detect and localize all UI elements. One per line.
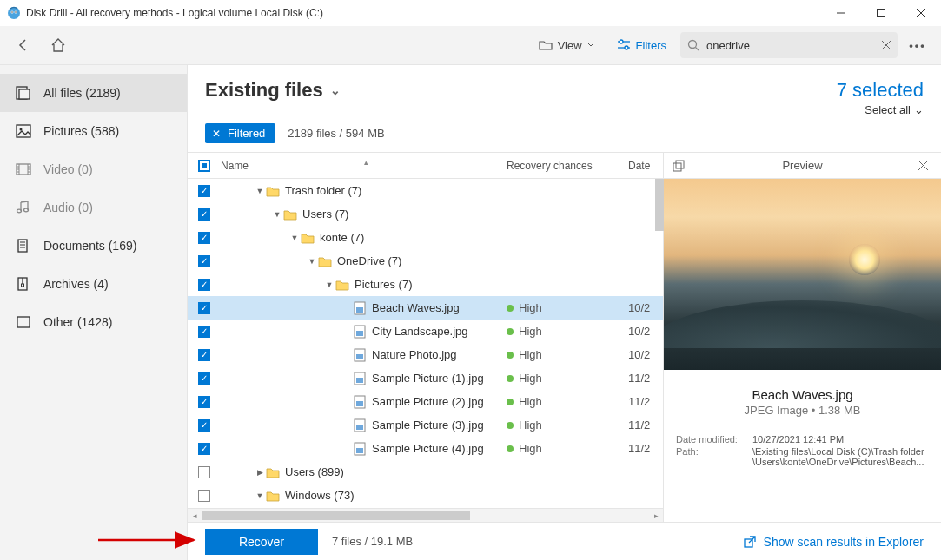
svg-rect-19 [17, 125, 30, 137]
sidebar-item-other[interactable]: Other (1428) [0, 303, 187, 341]
home-button[interactable] [43, 30, 73, 60]
scroll-left-arrow[interactable]: ◂ [188, 511, 202, 520]
expand-toggle[interactable]: ▶ [254, 468, 266, 477]
sidebar-item-files[interactable]: All files (2189) [0, 74, 187, 112]
svg-line-14 [696, 48, 699, 51]
view-dropdown[interactable]: View [530, 34, 603, 57]
folder-row[interactable]: ▼Windows (73) [188, 484, 663, 507]
close-preview-button[interactable] [918, 161, 932, 170]
row-name: Pictures (7) [355, 278, 412, 291]
scroll-thumb[interactable] [202, 511, 470, 520]
status-dot [507, 328, 514, 335]
page-title[interactable]: Existing files ⌄ [205, 79, 823, 102]
row-checkbox[interactable]: ✓ [198, 255, 210, 267]
svg-point-3 [11, 11, 12, 12]
row-name: Users (899) [285, 465, 344, 478]
search-box[interactable] [680, 32, 898, 58]
expand-toggle[interactable]: ▼ [288, 234, 301, 242]
svg-rect-18 [19, 89, 30, 99]
folder-row[interactable]: ✓▼konte (7) [188, 226, 663, 249]
expand-toggle[interactable]: ▼ [254, 491, 266, 500]
preview-filename: Beach Waves.jpg [674, 387, 931, 402]
folder-row[interactable]: ✓▼Users (7) [188, 202, 663, 226]
sidebar-item-archives[interactable]: Archives (4) [0, 265, 187, 303]
status-dot [507, 422, 514, 429]
search-input[interactable] [706, 39, 875, 52]
more-button[interactable]: ••• [903, 30, 932, 60]
scroll-right-arrow[interactable]: ▸ [649, 511, 663, 520]
svg-point-10 [620, 40, 623, 43]
file-row[interactable]: ✓Sample Picture (1).jpgHigh11/2 [188, 366, 663, 390]
expand-toggle[interactable]: ▼ [306, 257, 318, 266]
back-button[interactable] [9, 30, 38, 60]
expand-toggle[interactable]: ▼ [271, 210, 283, 219]
folder-row[interactable]: ▶Users (899) [188, 460, 663, 484]
file-row[interactable]: ✓Beach Waves.jpgHigh10/2 [188, 296, 663, 320]
maximize-button[interactable] [861, 0, 901, 26]
column-date[interactable]: Date [628, 160, 663, 172]
title-bar: Disk Drill - All recovery methods - Logi… [0, 0, 941, 26]
row-name: Sample Picture (1).jpg [372, 372, 484, 385]
row-name: OneDrive (7) [337, 254, 401, 267]
sidebar-item-documents[interactable]: Documents (169) [0, 227, 187, 265]
expand-toggle[interactable]: ▼ [254, 187, 266, 195]
column-recovery[interactable]: Recovery chances [507, 160, 628, 172]
row-checkbox[interactable] [198, 490, 210, 502]
status-dot [507, 352, 514, 359]
folder-row[interactable]: ✓▼Pictures (7) [188, 273, 663, 296]
row-checkbox[interactable]: ✓ [198, 396, 210, 408]
files-icon [16, 86, 31, 100]
filter-chip[interactable]: ✕ Filtered [205, 123, 275, 143]
row-name: Beach Waves.jpg [372, 301, 460, 314]
svg-rect-44 [356, 331, 363, 336]
row-checkbox[interactable]: ✓ [198, 208, 210, 221]
file-row[interactable]: ✓City Landscape.jpgHigh10/2 [188, 320, 663, 343]
expand-toggle[interactable]: ▼ [323, 280, 335, 289]
filters-label: Filters [636, 39, 666, 52]
chevron-down-icon [587, 42, 594, 49]
sidebar-item-audio[interactable]: Audio (0) [0, 188, 187, 227]
date-modified-label: Date modified: [676, 434, 752, 445]
select-all-checkbox[interactable] [198, 160, 210, 172]
horizontal-scrollbar[interactable]: ◂ ▸ [188, 508, 663, 522]
filters-button[interactable]: Filters [608, 34, 675, 57]
row-checkbox[interactable]: ✓ [198, 443, 210, 455]
show-in-explorer-link[interactable]: Show scan results in Explorer [743, 535, 924, 549]
folder-row[interactable]: ✓▼OneDrive (7) [188, 249, 663, 273]
file-row[interactable]: ✓Sample Picture (4).jpgHigh11/2 [188, 437, 663, 460]
status-dot [507, 375, 514, 382]
row-checkbox[interactable]: ✓ [198, 185, 210, 197]
column-name[interactable]: Name▴ [221, 160, 507, 172]
minimize-button[interactable] [821, 0, 861, 26]
sidebar-item-label: Video (0) [43, 162, 93, 176]
row-checkbox[interactable]: ✓ [198, 326, 210, 338]
sidebar-item-video[interactable]: Video (0) [0, 150, 187, 188]
select-all-button[interactable]: Select all ⌄ [837, 103, 924, 116]
file-row[interactable]: ✓Nature Photo.jpgHigh10/2 [188, 343, 663, 366]
close-button[interactable] [901, 0, 941, 26]
vertical-scrollbar[interactable] [655, 179, 664, 231]
row-name: Sample Picture (2).jpg [372, 395, 484, 408]
row-checkbox[interactable]: ✓ [198, 279, 210, 291]
other-icon [16, 315, 31, 329]
clear-search-button[interactable] [882, 41, 891, 49]
row-checkbox[interactable]: ✓ [198, 419, 210, 432]
row-checkbox[interactable] [198, 466, 210, 478]
sidebar-item-pictures[interactable]: Pictures (588) [0, 112, 187, 150]
svg-point-0 [8, 7, 20, 19]
file-row[interactable]: ✓Sample Picture (3).jpgHigh11/2 [188, 413, 663, 437]
recover-button[interactable]: Recover [205, 529, 318, 555]
svg-rect-55 [673, 163, 681, 171]
row-checkbox[interactable]: ✓ [198, 302, 210, 314]
row-checkbox[interactable]: ✓ [198, 349, 210, 361]
file-row[interactable]: ✓Sample Picture (2).jpgHigh11/2 [188, 390, 663, 413]
row-checkbox[interactable]: ✓ [198, 372, 210, 385]
folder-row[interactable]: ✓▼Trash folder (7) [188, 179, 663, 202]
popout-icon[interactable] [673, 160, 686, 172]
row-name: Windows (73) [285, 489, 354, 502]
audio-icon [16, 201, 31, 214]
svg-rect-40 [17, 317, 30, 327]
search-icon [687, 39, 699, 51]
row-checkbox[interactable]: ✓ [198, 232, 210, 244]
selected-count: 7 selected [837, 79, 924, 102]
